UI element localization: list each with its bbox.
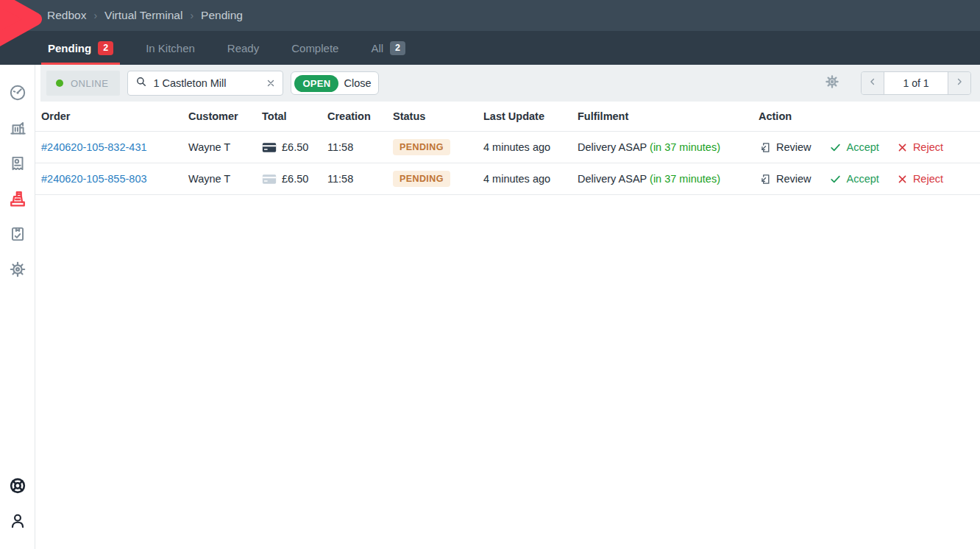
search-input[interactable]	[153, 77, 260, 89]
fulfilment-eta: (in 37 minutes)	[650, 173, 720, 185]
tab-complete-label: Complete	[291, 42, 338, 54]
tab-all-label: All	[371, 42, 383, 54]
sidebar-item-settings[interactable]	[0, 253, 35, 288]
creation-time: 11:58	[327, 173, 353, 185]
sidebar-item-orders[interactable]	[0, 218, 35, 253]
x-icon	[897, 142, 908, 153]
chevron-left-icon	[867, 77, 878, 90]
sidebar-item-virtual-terminal[interactable]	[0, 183, 35, 218]
review-document-icon	[759, 173, 771, 185]
credit-card-icon	[262, 174, 277, 185]
x-icon	[897, 174, 908, 185]
last-update: 4 minutes ago	[483, 173, 550, 185]
review-label: Review	[776, 141, 812, 153]
tab-pending[interactable]: Pending 2	[41, 31, 120, 65]
tab-complete[interactable]: Complete	[285, 31, 345, 65]
clipboard-check-icon	[8, 224, 27, 247]
tab-ready-label: Ready	[227, 42, 259, 54]
cash-register-icon	[7, 188, 28, 212]
orders-table: Order Customer Total Creation Status Las…	[35, 102, 980, 195]
column-header-customer: Customer	[182, 102, 256, 132]
tab-pending-label: Pending	[48, 42, 91, 54]
breadcrumb-separator-icon: ›	[190, 10, 193, 21]
pagination-next-button[interactable]	[948, 72, 970, 94]
terminal-toolbar: ONLINE	[40, 65, 980, 102]
tab-all-count-badge: 2	[390, 41, 405, 55]
sidebar-item-venues[interactable]	[0, 112, 35, 147]
column-header-order: Order	[35, 102, 182, 132]
review-button[interactable]: Review	[759, 173, 812, 185]
gear-icon	[8, 260, 27, 282]
virtual-terminal-app: Redbox › Virtual Terminal › Pending Pend…	[0, 0, 980, 549]
breadcrumb-item-pending[interactable]: Pending	[201, 9, 243, 22]
sidebar-item-dashboard[interactable]	[0, 77, 35, 112]
check-icon	[829, 141, 842, 154]
sidebar-item-account[interactable]	[0, 505, 35, 540]
order-row: #240620-105-855-803 Wayne T £6.50	[35, 163, 980, 195]
tab-all[interactable]: All 2	[364, 31, 412, 65]
accept-button[interactable]: Accept	[829, 141, 879, 154]
online-status-label: ONLINE	[71, 78, 108, 89]
order-total: £6.50	[282, 141, 308, 153]
customer-name: Wayne T	[188, 141, 230, 153]
pagination: 1 of 1	[861, 71, 971, 95]
column-header-status: Status	[387, 102, 477, 132]
reject-label: Reject	[913, 173, 943, 185]
open-close-toggle-button[interactable]: OPEN Close	[291, 71, 378, 95]
settings-gear-icon[interactable]	[824, 74, 840, 93]
storefront-building-icon	[8, 118, 27, 141]
accept-label: Accept	[847, 173, 879, 185]
order-status-tabs: Pending 2 In Kitchen Ready Complete All …	[0, 31, 980, 65]
column-header-fulfilment: Fulfilment	[572, 102, 753, 132]
pagination-current-page: 1 of 1	[884, 72, 948, 94]
column-header-last-update: Last Update	[477, 102, 572, 132]
close-button-label: Close	[344, 77, 371, 89]
accept-label: Accept	[847, 141, 879, 153]
tab-ready[interactable]: Ready	[221, 31, 266, 65]
breadcrumb-item-redbox[interactable]: Redbox	[47, 9, 86, 22]
user-account-icon	[8, 511, 27, 534]
online-status-dot-icon	[56, 79, 63, 87]
column-header-creation: Creation	[322, 102, 387, 132]
pagination-prev-button[interactable]	[862, 72, 884, 94]
customer-receipt-icon	[8, 154, 27, 176]
fulfilment-type: Delivery ASAP	[578, 173, 647, 185]
open-status-badge: OPEN	[294, 75, 338, 92]
empty-content-area	[35, 195, 980, 549]
reject-button[interactable]: Reject	[897, 173, 943, 185]
review-button[interactable]: Review	[759, 141, 812, 154]
status-badge: PENDING	[393, 171, 450, 187]
reject-label: Reject	[913, 141, 943, 153]
review-label: Review	[776, 173, 812, 185]
customer-name: Wayne T	[188, 173, 230, 185]
sidebar	[0, 65, 35, 549]
creation-time: 11:58	[327, 141, 353, 153]
tab-pending-count-badge: 2	[98, 41, 113, 55]
breadcrumb-separator-icon: ›	[93, 10, 97, 21]
dashboard-gauge-icon	[8, 83, 27, 105]
table-header-row: Order Customer Total Creation Status Las…	[35, 102, 980, 132]
reject-button[interactable]: Reject	[897, 141, 943, 153]
life-ring-help-icon	[8, 476, 27, 498]
order-number-link[interactable]: #240620-105-855-803	[41, 173, 147, 185]
last-update: 4 minutes ago	[483, 141, 550, 153]
tab-in-kitchen-label: In Kitchen	[146, 42, 195, 54]
sidebar-item-help[interactable]	[0, 470, 35, 505]
online-status: ONLINE	[46, 71, 120, 96]
fulfilment-eta: (in 37 minutes)	[650, 141, 720, 153]
credit-card-icon	[262, 142, 277, 153]
chevron-right-icon	[954, 77, 965, 90]
sidebar-item-customers[interactable]	[0, 147, 35, 183]
order-number-link[interactable]: #240620-105-832-431	[41, 141, 147, 153]
clear-search-icon[interactable]	[266, 78, 276, 88]
accept-button[interactable]: Accept	[829, 173, 879, 185]
tab-in-kitchen[interactable]: In Kitchen	[139, 31, 202, 65]
column-header-total: Total	[256, 102, 322, 132]
breadcrumb-item-virtual-terminal[interactable]: Virtual Terminal	[104, 9, 182, 22]
check-icon	[829, 173, 842, 185]
order-total: £6.50	[282, 173, 308, 185]
review-document-icon	[759, 141, 771, 154]
order-row: #240620-105-832-431 Wayne T £6.50	[35, 132, 980, 163]
venue-search-box	[127, 71, 283, 96]
status-badge: PENDING	[393, 139, 450, 155]
